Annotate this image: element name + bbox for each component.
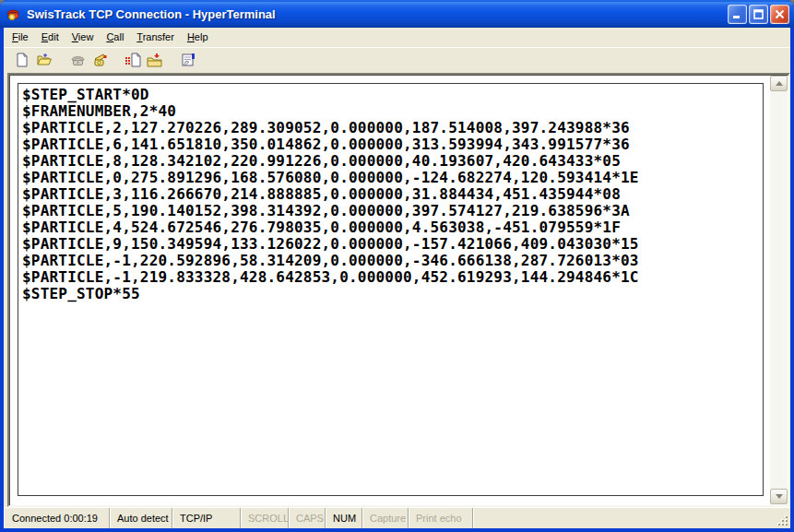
scrollbar-track[interactable] xyxy=(770,91,788,489)
receive-button[interactable] xyxy=(144,50,166,70)
maximize-button[interactable] xyxy=(749,5,768,24)
open-icon xyxy=(36,53,53,67)
new-connection-button[interactable] xyxy=(11,50,33,70)
titlebar[interactable]: SwisTrack TCP Connection - HyperTerminal xyxy=(0,0,794,28)
call-button[interactable] xyxy=(66,50,89,70)
receive-icon xyxy=(147,53,163,67)
menu-edit[interactable]: Edit xyxy=(35,29,65,46)
terminal-line: $PARTICLE,-1,219.833328,428.642853,0.000… xyxy=(22,269,763,286)
toolbar xyxy=(4,47,790,72)
menu-transfer[interactable]: Transfer xyxy=(130,29,181,46)
terminal-line: $STEP_STOP*55 xyxy=(22,286,763,302)
disconnect-icon xyxy=(92,53,108,67)
terminal-screen[interactable]: $STEP_START*0D $FRAMENUMBER,2*40 $PARTIC… xyxy=(18,83,764,496)
status-spacer xyxy=(473,508,790,528)
status-caps-lock: CAPS xyxy=(289,508,326,528)
menu-file[interactable]: File xyxy=(6,29,35,46)
status-connection: Connected 0:00:19 xyxy=(4,508,110,528)
vertical-scrollbar[interactable] xyxy=(770,76,788,504)
minimize-button[interactable] xyxy=(728,5,747,24)
terminal-line: $PARTICLE,5,190.140152,398.314392,0.0000… xyxy=(22,203,763,219)
menubar: File Edit View Call Transfer Help xyxy=(4,28,790,47)
terminal-line: $PARTICLE,-1,220.592896,58.314209,0.0000… xyxy=(22,253,763,269)
terminal-line: $PARTICLE,4,524.672546,276.798035,0.0000… xyxy=(22,219,763,236)
disconnect-button[interactable] xyxy=(89,50,111,70)
scroll-down-button[interactable] xyxy=(770,489,788,504)
window-title: SwisTrack TCP Connection - HyperTerminal xyxy=(27,7,728,21)
menu-call[interactable]: Call xyxy=(100,29,130,46)
send-button[interactable] xyxy=(122,50,144,70)
close-icon xyxy=(775,9,785,19)
hyperterminal-window: SwisTrack TCP Connection - HyperTerminal… xyxy=(0,0,794,532)
status-scroll-lock: SCROLL xyxy=(241,508,289,528)
terminal-line: $PARTICLE,8,128.342102,220.991226,0.0000… xyxy=(22,153,763,170)
chevron-down-icon xyxy=(776,494,783,499)
terminal-line: $FRAMENUMBER,2*40 xyxy=(22,103,763,120)
properties-icon xyxy=(181,53,196,67)
terminal-line: $STEP_START*0D xyxy=(22,87,763,103)
status-emulation: Auto detect xyxy=(110,508,172,528)
statusbar: Connected 0:00:19 Auto detect TCP/IP SCR… xyxy=(4,507,790,528)
properties-button[interactable] xyxy=(177,50,199,70)
resize-grip[interactable] xyxy=(776,514,788,526)
open-button[interactable] xyxy=(33,50,55,70)
terminal-line: $PARTICLE,2,127.270226,289.309052,0.0000… xyxy=(22,120,763,136)
hyperterminal-app-icon xyxy=(6,6,22,22)
menu-help[interactable]: Help xyxy=(181,29,215,46)
scroll-up-button[interactable] xyxy=(770,76,788,91)
window-content: File Edit View Call Transfer Help xyxy=(4,28,790,528)
send-icon xyxy=(124,53,141,67)
call-icon xyxy=(70,53,86,67)
minimize-icon xyxy=(732,9,742,19)
status-capture: Capture xyxy=(362,508,409,528)
chevron-up-icon xyxy=(776,81,783,86)
close-button[interactable] xyxy=(770,5,789,24)
terminal-line: $PARTICLE,3,116.266670,214.888885,0.0000… xyxy=(22,186,763,203)
terminal-line: $PARTICLE,9,150.349594,133.126022,0.0000… xyxy=(22,236,763,253)
new-connection-icon xyxy=(15,53,30,67)
maximize-icon xyxy=(753,9,764,19)
terminal-line: $PARTICLE,0,275.891296,168.576080,0.0000… xyxy=(22,170,763,186)
status-protocol: TCP/IP xyxy=(172,508,241,528)
status-num-lock: NUM xyxy=(326,508,362,528)
menu-view[interactable]: View xyxy=(65,29,101,46)
terminal-line: $PARTICLE,6,141.651810,350.014862,0.0000… xyxy=(22,136,763,153)
status-print-echo: Print echo xyxy=(409,508,473,528)
terminal-viewport: $STEP_START*0D $FRAMENUMBER,2*40 $PARTIC… xyxy=(4,72,790,507)
terminal-panel: $STEP_START*0D $FRAMENUMBER,2*40 $PARTIC… xyxy=(7,73,790,507)
